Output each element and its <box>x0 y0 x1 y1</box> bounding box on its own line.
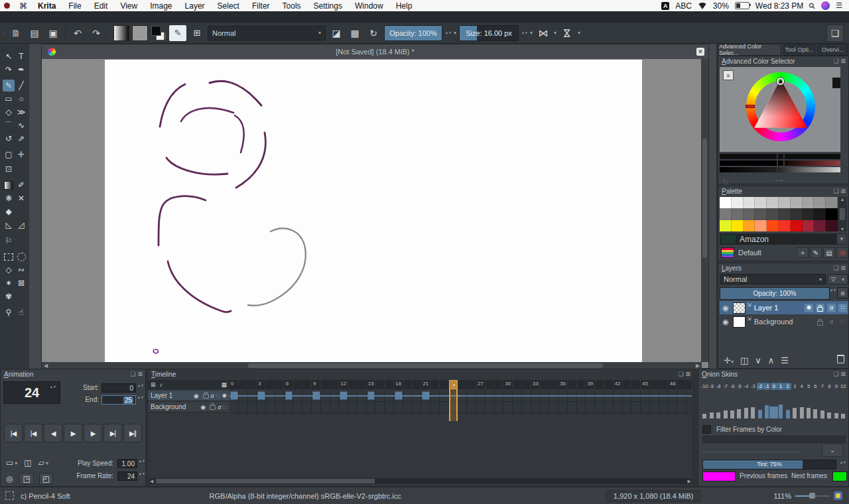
menu-tools[interactable]: Tools <box>283 1 301 11</box>
palette-swatch[interactable] <box>744 197 755 208</box>
close-panel-icon[interactable]: ⊠ <box>840 58 846 64</box>
onion-offset-10[interactable]: 10 <box>840 383 846 390</box>
previous-frame-button[interactable]: ◀ <box>44 424 62 442</box>
float-panel-icon[interactable]: ❏ <box>678 371 683 377</box>
palette-swatch[interactable] <box>803 197 815 208</box>
layer-options-button[interactable]: ≡ <box>837 287 848 298</box>
delete-frame-button[interactable]: ▱ <box>38 458 44 468</box>
layer-row-layer1[interactable]: ◉ ⇲ Layer 1 ✺ α ∷ <box>720 301 848 314</box>
lock-icon[interactable] <box>816 318 824 326</box>
tool-freehand-brush[interactable]: ✎ <box>3 80 15 92</box>
onion-skin-icon[interactable]: ✺ <box>222 393 227 399</box>
palette-swatch[interactable] <box>755 197 767 208</box>
dock-tab-1[interactable]: Tool Opti... <box>783 44 815 56</box>
zoom-slider[interactable] <box>795 493 830 499</box>
next-keyframe-button[interactable]: ▶| <box>103 424 122 442</box>
onion-offset--8[interactable]: -8 <box>715 383 722 390</box>
add-layer-button[interactable]: ✛▾ <box>724 355 734 365</box>
palette-swatch[interactable] <box>791 208 803 220</box>
add-swatch-button[interactable]: ＋ <box>797 247 809 258</box>
move-layer-up-button[interactable]: ∧ <box>768 355 775 365</box>
close-panel-icon[interactable]: ⊠ <box>685 371 690 377</box>
layer-filter-button[interactable]: ▽▾ <box>827 274 848 284</box>
next-frame-button[interactable]: ▶ <box>84 424 102 442</box>
palette-swatch[interactable] <box>814 220 826 231</box>
timeline-layer-0[interactable]: Layer 1◉α∷✺ <box>148 391 229 401</box>
layer-visibility-icon[interactable]: ◉ <box>198 404 208 410</box>
zoom-slider-handle[interactable] <box>809 493 815 499</box>
tool-crop[interactable]: ⊡ <box>3 163 15 175</box>
tool-measure-angle[interactable]: ◿ <box>15 219 27 231</box>
close-panel-icon[interactable]: ⊠ <box>137 371 143 377</box>
onion-offset-3[interactable]: 3 <box>791 383 798 390</box>
gradient-chooser[interactable] <box>113 25 129 41</box>
onion-bar--5[interactable] <box>737 409 741 418</box>
pattern-chooser[interactable] <box>132 25 148 41</box>
onion-bar--7[interactable] <box>724 410 728 418</box>
tool-fill[interactable]: ◆ <box>3 206 15 218</box>
previous-keyframe-button[interactable]: |◀ <box>24 424 42 442</box>
lock-icon[interactable] <box>203 391 209 400</box>
onion-bar--8[interactable] <box>716 412 720 418</box>
palette-swatch[interactable] <box>767 208 779 220</box>
timeline-ruler[interactable]: 036912151821242730333639424548 <box>229 380 692 389</box>
filter-frames-checkbox[interactable]: Filter Frames by Color <box>702 425 782 434</box>
insert-frame-right-button[interactable]: ◰ <box>39 473 53 485</box>
palette-file-icon[interactable] <box>721 247 734 258</box>
menu-image[interactable]: Image <box>150 1 172 11</box>
close-panel-icon[interactable]: ⊠ <box>840 188 846 194</box>
edit-palette-button[interactable]: ✎ <box>810 247 822 258</box>
close-panel-icon[interactable]: ⊠ <box>840 371 846 377</box>
alpha-lock-icon[interactable]: α <box>211 393 214 399</box>
chevron-down-icon[interactable]: ▼ <box>836 233 847 245</box>
tool-polygon[interactable]: ◇ <box>3 106 15 118</box>
onion-bar-0[interactable] <box>769 407 778 418</box>
frame-rate-spinner[interactable]: ▲▼ <box>139 472 145 475</box>
tool-ellipse[interactable]: ○ <box>15 93 27 105</box>
canvas-viewport[interactable] <box>42 59 702 362</box>
playhead[interactable] <box>449 380 458 389</box>
close-panel-icon[interactable]: ⊠ <box>840 265 846 271</box>
duplicate-layer-button[interactable]: ◫ <box>740 355 748 365</box>
tint-slider[interactable]: Tint: 75% <box>702 460 836 470</box>
palette-swatch[interactable] <box>720 220 732 231</box>
play-speed-spinner[interactable]: ▲▼ <box>139 460 145 463</box>
dock-tab-2[interactable]: Overvi... <box>817 44 848 56</box>
frame-settings-icon[interactable]: ▦ <box>221 381 227 388</box>
onion-bar-4[interactable] <box>800 407 804 418</box>
brush-editor-button[interactable]: ✎ <box>169 25 186 41</box>
panel-resize-grip[interactable]: ┄┄ <box>775 178 785 184</box>
first-frame-button[interactable]: |◀ <box>4 424 23 442</box>
onion-offset-1[interactable]: 1 <box>777 383 784 390</box>
onion-offset--5[interactable]: -5 <box>736 383 742 390</box>
timeline-layer-1[interactable]: Background◉α∷ <box>148 402 229 412</box>
menu-help[interactable]: Help <box>396 1 413 11</box>
onion-offset-6[interactable]: 6 <box>812 383 818 390</box>
tool-rectangle[interactable]: ▭ <box>3 93 15 105</box>
wifi-icon[interactable] <box>698 3 707 9</box>
palette-swatch[interactable] <box>779 208 791 220</box>
layer-visibility-icon[interactable]: ◉ <box>192 393 201 399</box>
menu-select[interactable]: Select <box>218 1 239 11</box>
brush-size-slider[interactable]: Size: 16.00 px <box>459 25 519 41</box>
new-document-button[interactable]: 🗎 <box>8 25 24 41</box>
tool-pan[interactable]: ☝ <box>15 306 27 318</box>
tool-polygon-select[interactable]: ◇ <box>3 264 15 276</box>
end-spinner[interactable]: ▲▼ <box>137 396 143 399</box>
open-document-button[interactable]: ▤ <box>27 25 42 41</box>
preserve-alpha-button[interactable]: ▦ <box>347 25 363 41</box>
onion-offset--4[interactable]: -4 <box>743 383 750 390</box>
duplicate-frame-button[interactable]: ◫ <box>24 458 31 468</box>
reload-preset-button[interactable]: ↻ <box>365 25 381 41</box>
layer-thumbnail[interactable] <box>733 316 746 328</box>
onion-offset-8[interactable]: 8 <box>826 383 832 390</box>
tool-rect-select[interactable] <box>3 251 15 263</box>
onion-offset-0[interactable]: 0 <box>771 383 777 390</box>
frame-spinner[interactable]: ▲▼ <box>50 385 56 389</box>
redo-button[interactable]: ↷ <box>88 25 104 41</box>
onion-offset--7[interactable]: -7 <box>722 383 728 390</box>
tool-color-sampler[interactable]: ✐ <box>15 179 27 191</box>
spotlight-icon[interactable]: ⚲ <box>807 0 818 11</box>
delete-layer-button[interactable] <box>837 355 844 365</box>
play-speed-input[interactable]: 1.00 <box>117 459 137 468</box>
